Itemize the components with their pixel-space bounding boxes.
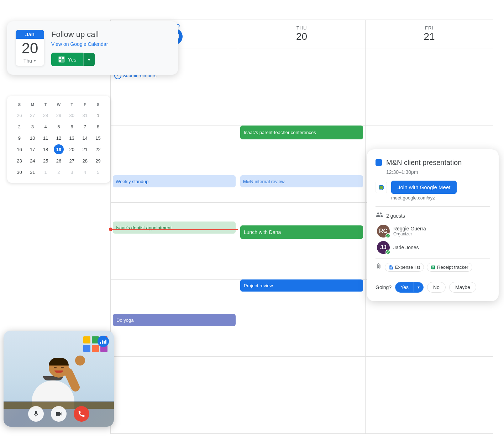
- event-weekly-standup[interactable]: Weekly standup: [113, 175, 236, 187]
- going-yes-button[interactable]: Yes: [395, 282, 414, 292]
- mini-cal-day[interactable]: 28: [80, 156, 90, 166]
- reggie-role: Organizer: [393, 231, 426, 236]
- mini-cal-sat: S: [91, 102, 105, 107]
- mini-cal-day[interactable]: 9: [14, 133, 24, 143]
- event-yoga[interactable]: Do yoga: [113, 314, 236, 326]
- reggie-check: ✓: [385, 233, 390, 238]
- mini-cal-day[interactable]: 26: [54, 156, 64, 166]
- bar-1: [100, 342, 101, 344]
- expense-list-chip[interactable]: Expense list: [385, 263, 424, 272]
- end-call-button[interactable]: [74, 406, 89, 422]
- sticky-note: [92, 345, 99, 352]
- video-background: [4, 331, 114, 427]
- mini-cal-day[interactable]: 21: [80, 144, 90, 154]
- view-on-calendar-link[interactable]: View on Google Calendar: [51, 41, 169, 47]
- mini-calendar: S M T W T F S 26 27 28 29 30 31 1 2 3 4 …: [7, 96, 110, 183]
- thu-num[interactable]: 20: [296, 31, 307, 43]
- rsvp-yes-group[interactable]: Yes ▾: [51, 53, 95, 66]
- meet-color-dot: [376, 159, 382, 166]
- mini-cal-day[interactable]: 31: [80, 110, 90, 120]
- mini-cal-day[interactable]: 4: [80, 167, 90, 177]
- mini-cal-day[interactable]: 25: [41, 156, 51, 166]
- mini-cal-day[interactable]: 1: [41, 167, 51, 177]
- join-google-meet-button[interactable]: Join with Google Meet: [391, 181, 457, 194]
- going-no-button[interactable]: No: [427, 282, 446, 293]
- attachment-icon: [376, 263, 382, 271]
- mini-cal-day[interactable]: 12: [54, 133, 64, 143]
- event-card: Jan 20 Thu Follow up call View on Google…: [7, 21, 178, 75]
- receipt-tracker-icon: [431, 265, 436, 270]
- mini-cal-today[interactable]: 19: [54, 144, 64, 154]
- thu-label: THU: [296, 25, 307, 31]
- rsvp-dropdown-button[interactable]: ▾: [83, 53, 95, 66]
- mini-cal-day[interactable]: 26: [14, 110, 24, 120]
- going-maybe-button[interactable]: Maybe: [449, 282, 476, 293]
- mini-cal-day[interactable]: 2: [14, 122, 24, 132]
- mini-cal-thu: T: [65, 102, 78, 107]
- going-yes-dropdown[interactable]: ▾: [414, 282, 423, 292]
- mini-cal-day[interactable]: 15: [93, 133, 103, 143]
- fri-num[interactable]: 21: [424, 31, 435, 43]
- mini-cal-day[interactable]: 27: [27, 110, 37, 120]
- mic-button[interactable]: [28, 406, 44, 422]
- event-weekday: Thu: [16, 58, 44, 66]
- day-header-fri[interactable]: FRI 21: [366, 20, 493, 48]
- meet-title: M&N client presentation: [386, 158, 462, 167]
- event-project-review[interactable]: Project review: [240, 279, 363, 292]
- day-header-thu[interactable]: THU 20: [238, 20, 366, 48]
- mini-cal-day[interactable]: 22: [93, 144, 103, 154]
- jade-check: ✓: [385, 250, 390, 255]
- mini-cal-day[interactable]: 29: [54, 110, 64, 120]
- mini-cal-day[interactable]: 30: [67, 110, 77, 120]
- bar-2: [102, 340, 103, 344]
- mini-cal-day[interactable]: 23: [14, 156, 24, 166]
- video-call-thumbnail: [4, 331, 114, 427]
- mini-cal-day[interactable]: 4: [41, 122, 51, 132]
- event-isaac-dentist[interactable]: Isaac's dentist appointment: [113, 222, 236, 234]
- person-head: [49, 358, 69, 378]
- event-card-info: Follow up call View on Google Calendar Y…: [51, 30, 169, 66]
- mini-cal-day[interactable]: 16: [14, 144, 24, 154]
- guest-item-jade: JJ ✓ Jade Jones: [376, 241, 490, 254]
- mini-cal-day[interactable]: 5: [93, 167, 103, 177]
- mini-cal-day[interactable]: 3: [27, 122, 37, 132]
- mini-cal-day[interactable]: 17: [27, 144, 37, 154]
- reggie-name: Reggie Guerra: [393, 226, 426, 231]
- mini-cal-day[interactable]: 14: [80, 133, 90, 143]
- event-title: Follow up call: [51, 30, 169, 39]
- mini-cal-day[interactable]: 28: [41, 110, 51, 120]
- time-line: [111, 229, 238, 230]
- mini-cal-day[interactable]: 6: [67, 122, 77, 132]
- mini-cal-day[interactable]: 3: [67, 167, 77, 177]
- mini-cal-day[interactable]: 8: [93, 122, 103, 132]
- rsvp-yes-button[interactable]: Yes: [51, 53, 83, 66]
- event-lunch-dana[interactable]: Lunch with Dana: [240, 225, 363, 239]
- mini-cal-day[interactable]: 5: [54, 122, 64, 132]
- mini-cal-day[interactable]: 18: [41, 144, 51, 154]
- mini-cal-day[interactable]: 13: [67, 133, 77, 143]
- receipt-tracker-chip[interactable]: Receipt tracker: [427, 263, 472, 272]
- mini-cal-day[interactable]: 2: [54, 167, 64, 177]
- bar-4: [105, 340, 106, 344]
- mini-cal-day[interactable]: 10: [27, 133, 37, 143]
- mini-cal-day[interactable]: 31: [27, 167, 37, 177]
- event-isaac-ptc[interactable]: Isaac's parent-teacher conferences: [240, 126, 363, 139]
- mini-cal-day[interactable]: 1: [93, 110, 103, 120]
- camera-button[interactable]: [51, 406, 67, 422]
- mini-cal-day[interactable]: 27: [67, 156, 77, 166]
- mini-cal-day[interactable]: 29: [93, 156, 103, 166]
- mini-cal-day[interactable]: 11: [41, 133, 51, 143]
- mini-cal-day[interactable]: 20: [67, 144, 77, 154]
- guests-row: 2 guests: [376, 211, 490, 220]
- meet-card: M&N client presentation 12:30–1:30pm Joi…: [367, 149, 499, 301]
- going-row: Going? Yes ▾ No Maybe: [376, 281, 490, 293]
- event-mn-internal[interactable]: M&N internal review: [240, 175, 363, 187]
- mini-cal-day[interactable]: 24: [27, 156, 37, 166]
- event-month: Jan: [16, 30, 44, 39]
- mini-cal-wed: W: [52, 102, 65, 107]
- mini-cal-day[interactable]: 30: [14, 167, 24, 177]
- meet-link[interactable]: meet.google.com/xyz: [376, 195, 490, 201]
- mini-cal-day[interactable]: 7: [80, 122, 90, 132]
- going-yes-group[interactable]: Yes ▾: [395, 282, 424, 293]
- attachments-row: Expense list Receipt tracker: [376, 263, 490, 272]
